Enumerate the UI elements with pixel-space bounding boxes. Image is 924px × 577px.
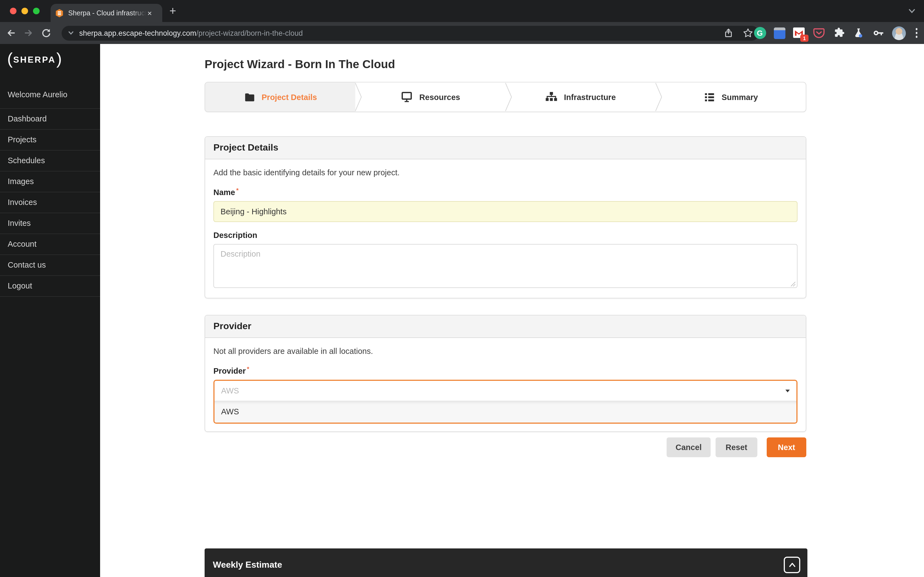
back-icon[interactable] <box>5 27 16 39</box>
grammarly-extension-icon[interactable]: G <box>754 27 766 39</box>
wizard-step-summary[interactable]: Summary <box>656 82 806 111</box>
required-asterisk: * <box>247 366 249 372</box>
provider-select[interactable]: AWS AWS <box>213 380 798 424</box>
address-bar[interactable]: sherpa.app.escape-technology.com/project… <box>61 26 759 40</box>
logo-paren-open: ( <box>7 50 13 67</box>
main-content: Project Wizard - Born In The Cloud Proje… <box>205 44 806 577</box>
welcome-text: Welcome Aurelio <box>8 89 100 100</box>
calendar-extension-icon[interactable] <box>774 27 785 39</box>
profile-avatar[interactable] <box>892 26 906 40</box>
wizard-step-label: Project Details <box>262 93 317 102</box>
sidebar-nav: Dashboard Projects Schedules Images Invo… <box>0 108 100 297</box>
tab-title: Sherpa - Cloud infrastructure m <box>68 9 146 17</box>
url-domain: sherpa.app.escape-technology.com <box>79 29 196 37</box>
sidebar-item-dashboard[interactable]: Dashboard <box>0 108 100 129</box>
description-label: Description <box>213 230 798 241</box>
minimize-window-button[interactable] <box>21 8 28 14</box>
select-caret-icon <box>785 389 790 392</box>
pocket-extension-icon[interactable] <box>813 27 825 39</box>
tab-search-chevron-icon[interactable] <box>908 7 916 15</box>
logo-text: SHERPA <box>13 55 56 65</box>
sitemap-icon <box>545 91 558 103</box>
sidebar-item-logout[interactable]: Logout <box>0 275 100 297</box>
wizard-step-project-details[interactable]: Project Details <box>205 82 355 111</box>
sherpa-logo[interactable]: (SHERPA) <box>7 50 100 70</box>
wizard-step-label: Resources <box>419 93 460 102</box>
sidebar-item-projects[interactable]: Projects <box>0 129 100 150</box>
sidebar-item-schedules[interactable]: Schedules <box>0 150 100 171</box>
wizard-actions: Cancel Reset Next <box>205 437 806 457</box>
name-label: Name* <box>213 187 798 198</box>
project-details-header: Project Details <box>205 137 806 160</box>
forward-icon[interactable] <box>23 27 34 39</box>
gmail-extension-icon[interactable]: 1 <box>793 27 805 39</box>
sidebar: (SHERPA) Welcome Aurelio Dashboard Proje… <box>0 44 100 577</box>
provider-note: Not all providers are available in all l… <box>213 346 798 357</box>
provider-select-placeholder: AWS <box>221 386 239 395</box>
url-text: sherpa.app.escape-technology.com/project… <box>79 29 303 37</box>
required-asterisk: * <box>236 187 239 193</box>
window-controls <box>10 8 40 14</box>
site-info-chevron-icon[interactable] <box>67 29 75 37</box>
lab-flask-extension-icon[interactable] <box>852 27 864 39</box>
share-icon[interactable] <box>723 27 734 39</box>
page-title: Project Wizard - Born In The Cloud <box>205 56 806 73</box>
provider-label: Provider* <box>213 366 798 376</box>
wizard-steps: Project Details Resources <box>205 82 806 112</box>
browser-menu-icon[interactable] <box>913 28 919 38</box>
sidebar-item-invoices[interactable]: Invoices <box>0 192 100 213</box>
sherpa-favicon-icon <box>55 8 64 17</box>
monitor-icon <box>401 91 414 103</box>
browser-toolbar: sherpa.app.escape-technology.com/project… <box>0 22 924 44</box>
extensions-puzzle-icon[interactable] <box>832 27 845 39</box>
sidebar-item-invites[interactable]: Invites <box>0 213 100 234</box>
project-details-panel: Project Details Add the basic identifyin… <box>205 136 806 298</box>
weekly-estimate-bar: Weekly Estimate <box>205 548 808 577</box>
step-separator-chevron <box>655 82 663 111</box>
next-button[interactable]: Next <box>767 437 806 457</box>
description-field[interactable] <box>213 244 798 288</box>
sidebar-item-images[interactable]: Images <box>0 171 100 192</box>
zoom-window-button[interactable] <box>33 8 40 14</box>
sidebar-item-contact-us[interactable]: Contact us <box>0 255 100 275</box>
wizard-step-label: Summary <box>722 93 758 102</box>
project-details-intro: Add the basic identifying details for yo… <box>213 167 798 178</box>
page-body: (SHERPA) Welcome Aurelio Dashboard Proje… <box>0 44 924 577</box>
provider-panel: Provider Not all providers are available… <box>205 315 806 432</box>
sidebar-item-account[interactable]: Account <box>0 234 100 255</box>
cancel-button[interactable]: Cancel <box>667 437 711 457</box>
url-path: /project-wizard/born-in-the-cloud <box>196 29 303 37</box>
browser-tab[interactable]: Sherpa - Cloud infrastructure m × <box>51 4 162 22</box>
gmail-unread-badge: 1 <box>801 35 808 42</box>
browser-window: Sherpa - Cloud infrastructure m × + <box>0 0 924 577</box>
provider-select-row[interactable]: AWS <box>215 381 796 401</box>
wizard-step-label: Infrastructure <box>564 93 616 102</box>
weekly-estimate-title: Weekly Estimate <box>205 560 282 570</box>
tab-strip: Sherpa - Cloud infrastructure m × + <box>0 0 924 22</box>
folder-icon <box>243 91 255 103</box>
close-window-button[interactable] <box>10 8 16 14</box>
password-key-icon[interactable] <box>872 27 884 39</box>
step-separator-chevron <box>355 82 362 111</box>
provider-option-aws[interactable]: AWS <box>215 401 796 422</box>
reset-button[interactable]: Reset <box>716 437 758 457</box>
tab-close-icon[interactable]: × <box>147 9 152 17</box>
logo-paren-close: ) <box>57 50 62 67</box>
new-tab-button[interactable]: + <box>170 5 176 18</box>
bookmark-star-icon[interactable] <box>743 27 753 39</box>
list-summary-icon <box>703 91 716 103</box>
chevron-up-icon <box>788 562 796 568</box>
provider-dropdown-menu: AWS <box>215 401 796 422</box>
wizard-step-infrastructure[interactable]: Infrastructure <box>506 82 656 111</box>
weekly-estimate-collapse-button[interactable] <box>784 557 800 573</box>
resize-grip-icon[interactable] <box>790 281 796 287</box>
step-separator-chevron <box>505 82 513 111</box>
reload-icon[interactable] <box>41 27 52 39</box>
project-name-field[interactable] <box>213 201 798 222</box>
provider-header: Provider <box>205 316 806 338</box>
wizard-step-resources[interactable]: Resources <box>355 82 506 111</box>
